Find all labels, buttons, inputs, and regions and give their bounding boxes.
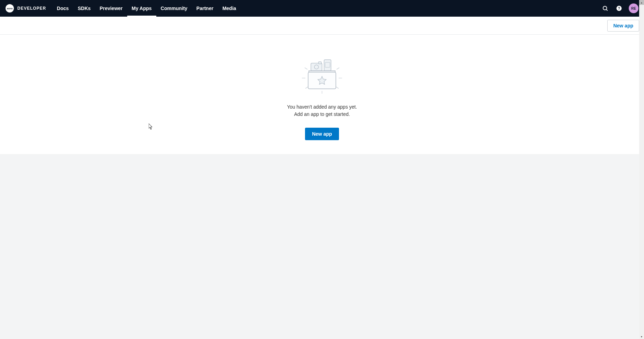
empty-state-text: You haven't added any apps yet. Add an a… <box>287 103 357 118</box>
empty-folder-illustration <box>298 56 346 94</box>
top-navigation: xero DEVELOPER Docs SDKs Previewer My Ap… <box>0 0 644 17</box>
subheader: New app <box>0 17 644 35</box>
logo-developer-text: DEVELOPER <box>17 6 46 11</box>
svg-line-5 <box>337 68 339 69</box>
new-app-button-main[interactable]: New app <box>305 128 339 140</box>
scrollbar[interactable]: ▲ ▼ <box>639 0 644 339</box>
nav-my-apps[interactable]: My Apps <box>127 0 156 17</box>
nav-community[interactable]: Community <box>156 0 192 17</box>
avatar[interactable]: RE <box>629 3 638 13</box>
content-area: You haven't added any apps yet. Add an a… <box>0 35 644 154</box>
nav-sdks[interactable]: SDKs <box>73 0 95 17</box>
nav-media[interactable]: Media <box>218 0 241 17</box>
empty-text-line2: Add an app to get started. <box>287 111 357 118</box>
svg-point-0 <box>603 6 607 10</box>
search-icon[interactable] <box>601 4 609 12</box>
scroll-down-icon[interactable]: ▼ <box>639 334 644 339</box>
svg-rect-11 <box>311 63 322 71</box>
svg-line-8 <box>305 87 308 88</box>
svg-rect-13 <box>319 62 321 64</box>
svg-text:?: ? <box>618 6 620 10</box>
logo-area[interactable]: xero DEVELOPER <box>6 4 46 12</box>
nav-links: Docs SDKs Previewer My Apps Community Pa… <box>52 0 241 17</box>
empty-text-line1: You haven't added any apps yet. <box>287 103 357 111</box>
nav-right: ? RE <box>601 3 638 13</box>
new-app-button-header[interactable]: New app <box>607 20 639 32</box>
nav-previewer[interactable]: Previewer <box>95 0 127 17</box>
svg-line-9 <box>336 87 339 88</box>
nav-docs[interactable]: Docs <box>52 0 73 17</box>
svg-line-1 <box>606 9 607 10</box>
nav-partner[interactable]: Partner <box>192 0 218 17</box>
xero-logo-icon: xero <box>6 4 14 12</box>
svg-line-4 <box>305 68 307 69</box>
scroll-up-icon[interactable]: ▲ <box>639 0 644 5</box>
help-icon[interactable]: ? <box>615 4 623 12</box>
